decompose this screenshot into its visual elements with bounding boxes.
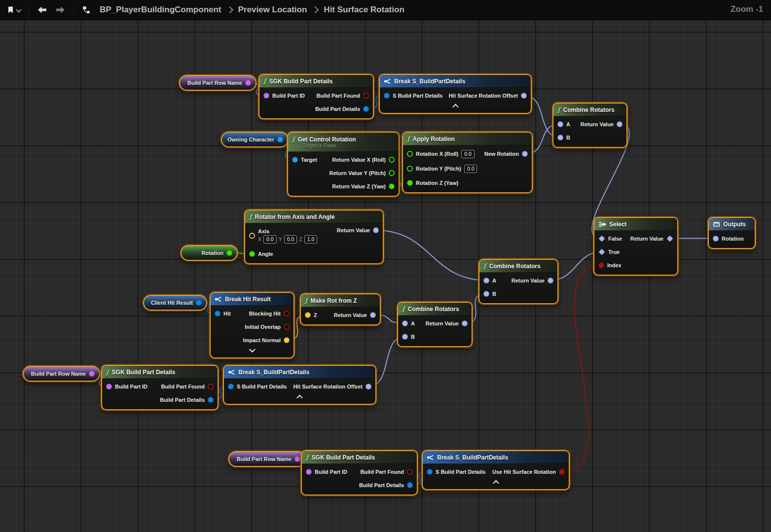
rotator-pin[interactable]	[373, 227, 379, 233]
collapse-toggle[interactable]	[423, 478, 569, 486]
node-make-rot[interactable]: ƒMake Rot from ZZReturn Value	[300, 293, 381, 325]
collapse-toggle[interactable]	[224, 393, 375, 401]
bool-pin[interactable]	[407, 469, 413, 475]
rotator-pin[interactable]	[617, 121, 623, 127]
node-row: AReturn Value	[398, 317, 472, 330]
struct-pin[interactable]	[196, 300, 202, 306]
node-sgk-3[interactable]: ƒSGK Build Part DetailsBuild Part IDBuil…	[301, 450, 418, 496]
breadcrumb-item[interactable]: Preview Location	[238, 5, 307, 15]
rotator-pin[interactable]	[483, 278, 489, 284]
bookmark-button[interactable]	[5, 5, 23, 15]
node-select[interactable]: SelectFalseReturn ValueTrueIndex	[593, 217, 678, 276]
rotator-pin[interactable]	[370, 312, 376, 318]
rotator-pin[interactable]	[521, 93, 527, 99]
rotator-pin[interactable]	[598, 235, 605, 242]
object-pin[interactable]	[277, 137, 283, 142]
rotator-pin[interactable]	[598, 248, 605, 255]
node-break-1[interactable]: Break S_BuildPartDetailsS Build Part Det…	[379, 74, 532, 114]
node-row: Initial Overlap	[211, 320, 294, 333]
struct-pin[interactable]	[228, 384, 234, 390]
rotator-pin[interactable]	[402, 334, 408, 340]
bool-pin[interactable]	[598, 262, 604, 268]
float-pin[interactable]	[389, 183, 395, 189]
rotator-pin[interactable]	[483, 291, 489, 297]
struct-pin[interactable]	[407, 482, 413, 488]
name-pin[interactable]	[89, 371, 95, 377]
variable-node-pill-bprn-1[interactable]: Build Part Row Name	[179, 75, 257, 91]
bool-pin[interactable]	[363, 93, 369, 99]
float-pin[interactable]	[407, 180, 413, 186]
struct-pin[interactable]	[427, 469, 433, 475]
value-field[interactable]: 0.0	[461, 150, 475, 158]
bool-pin[interactable]	[284, 311, 290, 317]
struct-pin[interactable]	[363, 106, 369, 112]
rotator-pin[interactable]	[666, 235, 673, 242]
node-header: ƒSGK Build Part Details	[302, 451, 417, 464]
node-title: SGK Build Part Details	[269, 78, 333, 85]
struct-pin[interactable]	[215, 311, 220, 317]
node-combine-3[interactable]: ƒCombine RotatorsAReturn ValueB	[397, 302, 473, 347]
variable-node-pill-client-hit[interactable]: Client Hit Result	[143, 295, 207, 311]
rotator-pin[interactable]	[557, 135, 563, 141]
node-get-ctrl[interactable]: ƒGet Control RotationTarget is PawnTarge…	[287, 132, 400, 197]
node-apply-rot[interactable]: ƒApply RotationRotation X (Roll)0.0New R…	[402, 132, 533, 193]
bool-pin[interactable]	[208, 384, 214, 390]
rotator-pin[interactable]	[522, 151, 528, 157]
forward-button[interactable]	[53, 4, 68, 15]
node-break-3[interactable]: Break S_BuildPartDetailsS Build Part Det…	[422, 450, 570, 490]
node-break-2[interactable]: Break S_BuildPartDetailsS Build Part Det…	[223, 365, 376, 405]
vector-pin[interactable]	[284, 337, 290, 343]
rotator-pin[interactable]	[366, 384, 371, 390]
variable-node-pill-bprn-2[interactable]: Build Part Row Name	[23, 366, 100, 382]
struct-pin[interactable]	[208, 397, 214, 403]
breadcrumb-item[interactable]: BP_PlayerBuildingComponent	[100, 5, 221, 15]
bool-pin[interactable]	[559, 469, 565, 475]
float-pin[interactable]	[249, 251, 255, 257]
value-field[interactable]: 1.0	[304, 235, 318, 244]
node-sgk-2[interactable]: ƒSGK Build Part DetailsBuild Part IDBuil…	[101, 365, 219, 410]
vector-pin[interactable]	[249, 233, 255, 239]
chevron-down-icon	[249, 346, 256, 353]
vector-pin[interactable]	[305, 312, 311, 318]
struct-pin[interactable]	[384, 93, 390, 99]
float-pin[interactable]	[407, 151, 413, 157]
node-break-hit[interactable]: Break Hit ResultHitBlocking HitInitial O…	[210, 292, 294, 358]
name-pin[interactable]	[306, 469, 312, 475]
node-combine-1[interactable]: ƒCombine RotatorsAReturn ValueB	[552, 103, 627, 148]
node-outputs[interactable]: OutputsRotation	[708, 217, 756, 249]
value-field[interactable]: 0.0	[284, 235, 297, 244]
variable-node-pill-rotation[interactable]: Rotation	[181, 245, 238, 261]
rotator-pin[interactable]	[402, 320, 408, 326]
name-pin[interactable]	[245, 80, 251, 86]
rotator-pin[interactable]	[548, 278, 553, 284]
value-field[interactable]: 0.0	[263, 235, 277, 244]
pin-group: Hit	[215, 311, 231, 317]
rotator-pin[interactable]	[462, 320, 468, 326]
variable-node-pill-owning[interactable]: Owning Character	[221, 132, 289, 147]
name-pin[interactable]	[294, 456, 300, 462]
rotator-pin[interactable]	[713, 236, 719, 242]
float-pin[interactable]	[407, 166, 413, 172]
rotator-pin[interactable]	[557, 121, 563, 127]
breadcrumb-item[interactable]: Hit Surface Rotation	[324, 5, 404, 15]
name-pin[interactable]	[106, 384, 112, 390]
name-pin[interactable]	[263, 93, 269, 99]
variable-node-pill-bprn-3[interactable]: Build Part Row Name	[228, 451, 306, 467]
value-field[interactable]: 0.0	[464, 165, 477, 173]
float-pin[interactable]	[389, 170, 395, 176]
collapse-toggle[interactable]	[211, 347, 294, 355]
node-sgk-1[interactable]: ƒSGK Build Part DetailsBuild Part IDBuil…	[258, 74, 374, 119]
pin-group: B	[402, 334, 415, 340]
float-pin[interactable]	[226, 250, 232, 256]
node-rot-axis[interactable]: ƒRotator from Axis and AngleAxisX0.0Y0.0…	[244, 210, 384, 264]
node-combine-2[interactable]: ƒCombine RotatorsAReturn ValueB	[478, 259, 558, 304]
blueprint-graph-canvas[interactable]: Build Part Row NameƒSGK Build Part Detai…	[0, 0, 771, 532]
node-header: Select	[594, 218, 677, 231]
back-button[interactable]	[35, 4, 49, 15]
collapse-toggle[interactable]	[380, 102, 531, 110]
variable-label: Build Part Row Name	[187, 80, 242, 86]
object-pin[interactable]	[292, 157, 298, 163]
bool-pin[interactable]	[284, 324, 290, 330]
node-row: B	[479, 287, 557, 300]
float-pin[interactable]	[389, 157, 395, 163]
